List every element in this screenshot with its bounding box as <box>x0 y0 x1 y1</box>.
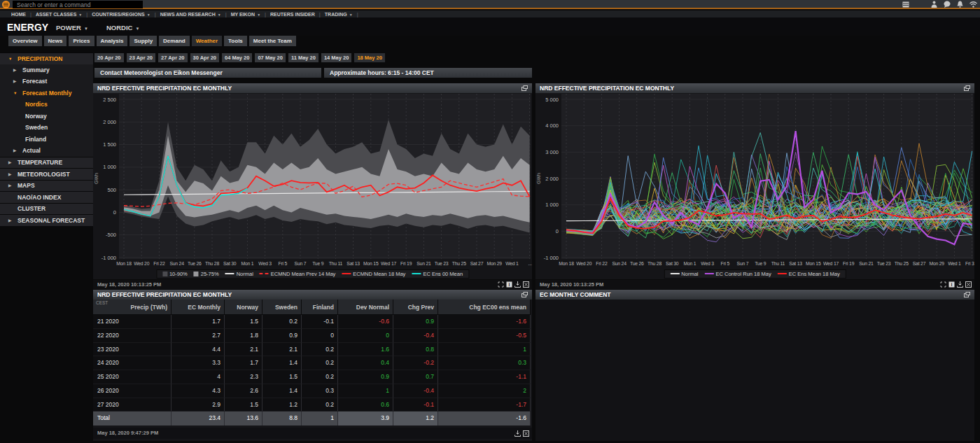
svg-text:Sun 24: Sun 24 <box>612 261 626 266</box>
date-button[interactable]: 04 May 20 <box>222 53 252 62</box>
popout-icon[interactable] <box>964 85 970 91</box>
menu-item-home[interactable]: HOME <box>7 12 30 17</box>
svg-text:Mon 1: Mon 1 <box>683 261 696 266</box>
column-header[interactable]: Finland <box>302 300 338 315</box>
svg-text:Mon 29: Mon 29 <box>486 261 502 266</box>
bell-icon[interactable] <box>957 1 963 8</box>
date-button[interactable]: 18 May 20 <box>354 53 384 62</box>
sidebar-item-forecast[interactable]: ▶Forecast <box>0 76 93 87</box>
date-button[interactable]: 20 Apr 20 <box>94 53 124 62</box>
date-button[interactable]: 07 May 20 <box>255 53 285 62</box>
sidebar-item-norway[interactable]: Norway <box>0 111 93 122</box>
tab-news[interactable]: News <box>44 36 67 46</box>
svg-text:-1 000: -1 000 <box>102 255 116 261</box>
column-header[interactable]: EC Monthly <box>172 300 225 315</box>
svg-text:5 000: 5 000 <box>545 97 559 103</box>
column-header[interactable]: Norway <box>225 300 262 315</box>
svg-text:i: i <box>951 282 953 287</box>
table-row[interactable]: 26 20204.32.61.40.31-0.42 <box>93 384 532 398</box>
tab-supply[interactable]: Supply <box>130 36 157 46</box>
legend-item: ECMND Mean Prev 14 May <box>260 271 336 277</box>
column-header[interactable]: Chg Prev <box>393 300 438 315</box>
svg-text:Thu 11: Thu 11 <box>329 261 343 266</box>
table-row[interactable]: 21 20201.71.50.2-0.1-0.60.9-1.6 <box>93 315 532 329</box>
sidebar-item-forecast-monthly[interactable]: ▼Forecast Monthly <box>0 87 93 99</box>
column-header[interactable]: Chg EC00 ens mean <box>438 300 531 315</box>
apps-grid-icon[interactable] <box>902 1 909 8</box>
table-row[interactable]: 23 20204.42.12.10.21.60.81 <box>93 343 532 357</box>
tab-meet-the-team[interactable]: Meet the Team <box>249 36 296 46</box>
sidebar-item-maps[interactable]: ▶MAPS <box>0 180 93 192</box>
svg-text:Sun 7: Sun 7 <box>295 261 307 266</box>
menu-item-asset-classes[interactable]: ASSET CLASSES▼ <box>31 12 86 17</box>
column-header[interactable]: CESTPrecip (TWh) <box>93 300 172 315</box>
tab-analysis[interactable]: Analysis <box>97 36 128 46</box>
tab-prices[interactable]: Prices <box>69 36 94 46</box>
svg-text:1 500: 1 500 <box>103 141 116 148</box>
svg-text:Wed 20: Wed 20 <box>576 261 592 266</box>
sidebar-item-actual[interactable]: ▶Actual <box>0 145 93 157</box>
download-icon[interactable] <box>514 430 521 441</box>
eikon-logo-icon[interactable] <box>2 1 10 8</box>
search-input[interactable] <box>13 1 143 8</box>
sidebar-item-precipitation[interactable]: ▼PRECIPITATION <box>0 52 93 64</box>
date-button[interactable]: 23 Apr 20 <box>127 53 156 62</box>
sidebar-item-sweden[interactable]: Sweden <box>0 122 93 134</box>
table-row[interactable]: 24 20203.31.71.40.20.4-0.20.3 <box>93 356 532 370</box>
sidebar-item-temperature[interactable]: ▶TEMPERATURE <box>0 157 93 169</box>
menu-separator: | <box>357 12 358 17</box>
table-row[interactable]: 27 20202.91.51.20.20.6-0.1-1.7 <box>93 398 532 412</box>
date-button[interactable]: 30 Apr 20 <box>190 53 220 62</box>
date-button[interactable]: 27 Apr 20 <box>158 53 188 62</box>
menu-item-news-and-research[interactable]: NEWS AND RESEARCH▼ <box>156 12 225 17</box>
popout-icon[interactable] <box>522 292 528 297</box>
contact-meteorologist-bar[interactable]: Contact Meteorologist on Eikon Messenger <box>94 68 321 78</box>
chevron-down-icon: ▼ <box>135 27 139 31</box>
menu-item-my-eikon[interactable]: MY EIKON▼ <box>227 12 265 17</box>
svg-text:Fri 22: Fri 22 <box>596 261 608 266</box>
sidebar-item-finland[interactable]: Finland <box>0 134 93 146</box>
svg-text:GWh: GWh <box>536 173 541 184</box>
tab-demand[interactable]: Demand <box>159 36 190 46</box>
region-selector[interactable]: NORDIC▼ <box>106 24 139 31</box>
table-header-row: CESTPrecip (TWh)EC MonthlyNorwaySwedenFi… <box>93 300 532 315</box>
excel-export-icon[interactable] <box>523 430 529 441</box>
svg-text:Mon 15: Mon 15 <box>363 261 379 266</box>
sidebar-item-nao-ao-index[interactable]: NAO/AO INDEX <box>0 191 93 203</box>
tab-overview[interactable]: Overview <box>8 36 42 46</box>
table-row[interactable]: 25 202042.31.50.20.90.7-1.1 <box>93 370 532 384</box>
menu-item-countries-regions[interactable]: COUNTRIES/REGIONS▼ <box>88 12 154 17</box>
power-selector[interactable]: POWER▼ <box>56 24 88 31</box>
popout-icon[interactable] <box>522 85 528 91</box>
date-button[interactable]: 14 May 20 <box>321 53 351 62</box>
svg-text:Sat 30: Sat 30 <box>666 261 679 266</box>
sidebar-item-nordics[interactable]: Nordics <box>0 99 93 111</box>
person-icon[interactable] <box>931 1 937 8</box>
precipitation-ensemble-chart-panel: NRD EFFECTIVE PRECIPITATION EC MONTHLY -… <box>536 83 974 279</box>
wifi-icon[interactable] <box>969 1 977 8</box>
menu-item-trading[interactable]: TRADING▼ <box>321 12 357 17</box>
tab-tools[interactable]: Tools <box>224 36 247 46</box>
table-total-row[interactable]: Total23.413.68.813.91.2-1.6 <box>93 412 532 426</box>
chat-icon[interactable] <box>944 1 951 8</box>
sidebar-item-seasonal-forecast[interactable]: ▶SEASONAL FORECAST <box>0 214 93 226</box>
menu-item-reuters-insider[interactable]: REUTERS INSIDER <box>266 12 319 17</box>
popout-icon[interactable] <box>964 292 970 297</box>
sidebar-item-summary[interactable]: ▶Summary <box>0 64 93 76</box>
column-header[interactable]: Sweden <box>262 300 302 315</box>
sidebar-item-cluster[interactable]: CLUSTER <box>0 203 93 215</box>
tab-weather[interactable]: Weather <box>192 36 222 46</box>
svg-text:Tue 9: Tue 9 <box>755 261 766 266</box>
svg-text:Wed 3: Wed 3 <box>701 261 714 266</box>
title-bar: ENERGY POWER▼ NORDIC▼ <box>0 17 980 36</box>
column-header[interactable]: Dev Normal <box>338 300 393 315</box>
svg-text:3 000: 3 000 <box>545 149 559 155</box>
svg-text:2 500: 2 500 <box>103 97 116 103</box>
svg-text:Fri 5: Fri 5 <box>278 261 287 266</box>
svg-text:500: 500 <box>107 187 116 193</box>
sidebar-item-meteorologist[interactable]: ▶METEOROLOGIST <box>0 168 93 180</box>
date-button[interactable]: 11 May 20 <box>288 53 318 62</box>
topbar-icons <box>902 1 977 8</box>
comment-body <box>536 300 974 441</box>
table-row[interactable]: 22 20202.71.80.900-0.4-0.5 <box>93 329 532 343</box>
